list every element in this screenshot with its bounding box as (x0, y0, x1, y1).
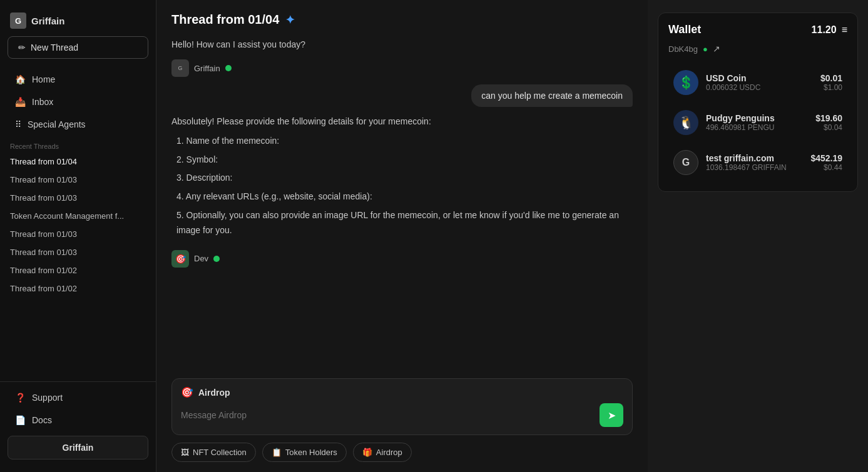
token-usd-pengu: $19.60 (815, 113, 842, 123)
sidebar-username: Griffain (31, 16, 64, 26)
agent-name-label: Airdrop (198, 388, 230, 398)
nav-label-docs: Docs (32, 415, 52, 425)
dev-identity-row: 🎯 Dev (171, 250, 633, 268)
user-footer-button[interactable]: Griffain (8, 436, 148, 459)
response-list: 1. Name of the memecoin: 2. Symbol: 3. D… (171, 132, 633, 240)
inbox-icon: 📥 (15, 97, 26, 107)
list-item: 5. Optionally, you can also provide an i… (176, 206, 633, 240)
token-item-griffain[interactable]: G test griffain.com 1036.198467 GRIFFAIN… (668, 144, 847, 181)
wallet-header: Wallet 11.20 ≡ (668, 23, 847, 36)
thread-title-row: Thread from 01/04 ✦ (171, 13, 633, 27)
thread-item[interactable]: Thread from 01/03 (0, 189, 156, 207)
airdrop-button[interactable]: 🎁 Airdrop (353, 443, 412, 462)
wallet-balance-row: 11.20 ≡ (812, 24, 847, 36)
token-amount-griffain: 1036.198467 GRIFFAIN (706, 163, 803, 172)
wallet-address: DbK4bg (668, 44, 698, 54)
nav-label-inbox: Inbox (32, 97, 53, 107)
new-thread-label: New Thread (31, 43, 78, 53)
user-message-bubble: can you help me create a memecoin (471, 84, 633, 107)
pengu-icon: 🐧 (673, 110, 698, 135)
token-info-usdc: USD Coin 0.006032 USDC (706, 73, 813, 92)
assistant-greeting: Hello! How can I assist you today? (171, 37, 633, 52)
thread-item[interactable]: Token Account Management f... (0, 207, 156, 225)
wallet-balance-value: 11.20 (812, 24, 837, 36)
input-row: ➤ (181, 403, 623, 427)
sparkle-icon: ✦ (285, 13, 295, 27)
wallet-title: Wallet (668, 23, 701, 36)
assistant-intro-text: Absolutely! Please provide the following… (171, 114, 633, 129)
griffain-avatar: G (171, 59, 189, 77)
airdrop-label-icon: 🎯 (181, 386, 193, 398)
token-values-pengu: $19.60 $0.04 (815, 113, 842, 132)
thread-item[interactable]: Thread from 01/02 (0, 279, 156, 298)
docs-icon: 📄 (15, 415, 26, 425)
thread-item[interactable]: Thread from 01/04 (0, 153, 156, 171)
support-icon: ❓ (15, 393, 26, 403)
token-info-pengu: Pudgy Penguins 496.460981 PENGU (706, 113, 808, 132)
sidebar-item-home[interactable]: 🏠 Home (5, 69, 151, 90)
nav-label-support: Support (32, 393, 63, 403)
wallet-address-row: DbK4bg ● ↗ (668, 44, 847, 54)
sidebar: G Griffain ✏ New Thread 🏠 Home 📥 Inbox ⠿… (0, 0, 156, 472)
token-item-pengu[interactable]: 🐧 Pudgy Penguins 496.460981 PENGU $19.60… (668, 104, 847, 141)
sidebar-item-special-agents[interactable]: ⠿ Special Agents (5, 114, 151, 135)
quick-actions: 🖼 NFT Collection 📋 Token Holders 🎁 Airdr… (171, 443, 633, 462)
sidebar-item-support[interactable]: ❓ Support (5, 387, 151, 408)
token-usd-griffain: $452.19 (810, 153, 842, 163)
token-info-griffain: test griffain.com 1036.198467 GRIFFAIN (706, 153, 803, 172)
list-item: 4. Any relevant URLs (e.g., website, soc… (176, 188, 633, 206)
airdrop-label: Airdrop (376, 448, 402, 457)
wallet-panel: Wallet 11.20 ≡ DbK4bg ● ↗ 💲 USD Coin 0.0… (658, 13, 858, 192)
recent-threads-label: Recent Threads (0, 136, 156, 153)
sidebar-item-docs[interactable]: 📄 Docs (5, 409, 151, 431)
home-icon: 🏠 (15, 74, 26, 84)
main-content: Thread from 01/04 ✦ Hello! How can I ass… (156, 0, 648, 472)
user-identity-row: G Griffain (171, 59, 633, 77)
thread-title-text: Thread from 01/04 (171, 13, 279, 27)
token-name-usdc: USD Coin (706, 73, 813, 83)
sidebar-bottom: ❓ Support 📄 Docs Griffain (0, 381, 156, 464)
thread-item[interactable]: Thread from 01/03 (0, 243, 156, 261)
special-agents-icon: ⠿ (15, 119, 21, 129)
token-holders-label: Token Holders (285, 448, 337, 457)
airdrop-action-icon: 🎁 (362, 448, 372, 457)
dev-username: Dev (194, 254, 208, 263)
token-price-pengu: $0.04 (815, 123, 842, 132)
token-usd-usdc: $0.01 (820, 73, 842, 83)
input-section: 🎯 Airdrop ➤ (171, 378, 633, 435)
sidebar-item-inbox[interactable]: 📥 Inbox (5, 91, 151, 113)
user-avatar: G (10, 13, 26, 29)
wallet-copy-button[interactable]: ↗ (713, 44, 720, 54)
token-item-usdc[interactable]: 💲 USD Coin 0.006032 USDC $0.01 $1.00 (668, 64, 847, 101)
list-item: 1. Name of the memecoin: (176, 132, 633, 151)
send-button[interactable]: ➤ (600, 403, 623, 427)
dev-online-indicator (213, 256, 220, 262)
sidebar-header: G Griffain (0, 8, 156, 36)
nft-collection-button[interactable]: 🖼 NFT Collection (171, 443, 256, 462)
griffain-username: Griffain (194, 64, 220, 73)
wallet-menu-icon[interactable]: ≡ (842, 24, 847, 36)
token-amount-usdc: 0.006032 USDC (706, 83, 813, 92)
message-input[interactable] (181, 410, 595, 420)
usdc-icon: 💲 (673, 70, 698, 95)
dev-avatar: 🎯 (171, 250, 189, 268)
list-item: 2. Symbol: (176, 151, 633, 169)
chat-area: Hello! How can I assist you today? G Gri… (171, 37, 633, 371)
new-thread-button[interactable]: ✏ New Thread (8, 36, 148, 59)
token-amount-pengu: 496.460981 PENGU (706, 123, 808, 132)
nav-label-special-agents: Special Agents (28, 119, 86, 129)
edit-icon: ✏ (18, 43, 26, 53)
token-values-griffain: $452.19 $0.44 (810, 153, 842, 172)
thread-item[interactable]: Thread from 01/02 (0, 261, 156, 279)
griffain-token-icon: G (673, 150, 698, 175)
assistant-response: Absolutely! Please provide the following… (171, 114, 633, 240)
token-price-usdc: $1.00 (820, 83, 842, 92)
thread-item[interactable]: Thread from 01/03 (0, 171, 156, 189)
nav-label-home: Home (32, 74, 55, 84)
thread-item[interactable]: Thread from 01/03 (0, 225, 156, 243)
input-label-row: 🎯 Airdrop (181, 386, 623, 398)
token-name-pengu: Pudgy Penguins (706, 113, 808, 123)
token-holders-button[interactable]: 📋 Token Holders (262, 443, 347, 462)
list-item: 3. Description: (176, 169, 633, 188)
token-name-griffain: test griffain.com (706, 153, 803, 163)
